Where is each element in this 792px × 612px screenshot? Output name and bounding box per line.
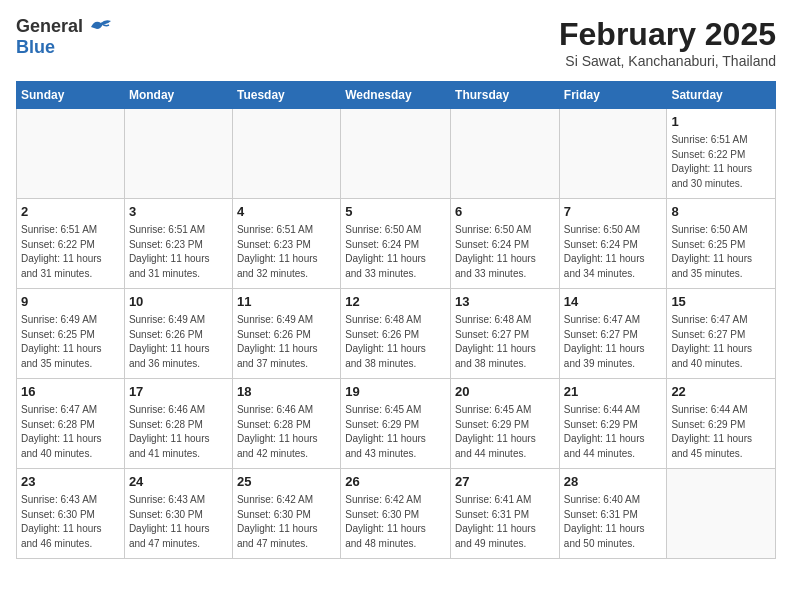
logo-general-text: General bbox=[16, 16, 83, 37]
calendar-cell: 22Sunrise: 6:44 AM Sunset: 6:29 PM Dayli… bbox=[667, 379, 776, 469]
day-number: 27 bbox=[455, 473, 555, 491]
day-number: 1 bbox=[671, 113, 771, 131]
day-number: 22 bbox=[671, 383, 771, 401]
day-info: Sunrise: 6:47 AM Sunset: 6:28 PM Dayligh… bbox=[21, 403, 120, 461]
day-info: Sunrise: 6:50 AM Sunset: 6:24 PM Dayligh… bbox=[564, 223, 663, 281]
logo-blue-text: Blue bbox=[16, 37, 55, 57]
day-number: 8 bbox=[671, 203, 771, 221]
day-info: Sunrise: 6:50 AM Sunset: 6:24 PM Dayligh… bbox=[455, 223, 555, 281]
day-number: 7 bbox=[564, 203, 663, 221]
calendar-cell: 2Sunrise: 6:51 AM Sunset: 6:22 PM Daylig… bbox=[17, 199, 125, 289]
day-info: Sunrise: 6:41 AM Sunset: 6:31 PM Dayligh… bbox=[455, 493, 555, 551]
calendar-cell bbox=[559, 109, 667, 199]
calendar-cell bbox=[451, 109, 560, 199]
day-info: Sunrise: 6:51 AM Sunset: 6:23 PM Dayligh… bbox=[237, 223, 336, 281]
calendar-table: Sunday Monday Tuesday Wednesday Thursday… bbox=[16, 81, 776, 559]
calendar-cell: 24Sunrise: 6:43 AM Sunset: 6:30 PM Dayli… bbox=[124, 469, 232, 559]
day-number: 12 bbox=[345, 293, 446, 311]
day-info: Sunrise: 6:42 AM Sunset: 6:30 PM Dayligh… bbox=[345, 493, 446, 551]
day-number: 16 bbox=[21, 383, 120, 401]
day-info: Sunrise: 6:49 AM Sunset: 6:25 PM Dayligh… bbox=[21, 313, 120, 371]
calendar-cell: 25Sunrise: 6:42 AM Sunset: 6:30 PM Dayli… bbox=[232, 469, 340, 559]
header-wednesday: Wednesday bbox=[341, 82, 451, 109]
day-number: 4 bbox=[237, 203, 336, 221]
calendar-cell: 11Sunrise: 6:49 AM Sunset: 6:26 PM Dayli… bbox=[232, 289, 340, 379]
day-number: 14 bbox=[564, 293, 663, 311]
calendar-cell: 4Sunrise: 6:51 AM Sunset: 6:23 PM Daylig… bbox=[232, 199, 340, 289]
calendar-cell: 5Sunrise: 6:50 AM Sunset: 6:24 PM Daylig… bbox=[341, 199, 451, 289]
day-number: 2 bbox=[21, 203, 120, 221]
day-info: Sunrise: 6:45 AM Sunset: 6:29 PM Dayligh… bbox=[455, 403, 555, 461]
day-info: Sunrise: 6:40 AM Sunset: 6:31 PM Dayligh… bbox=[564, 493, 663, 551]
calendar-cell: 7Sunrise: 6:50 AM Sunset: 6:24 PM Daylig… bbox=[559, 199, 667, 289]
day-info: Sunrise: 6:42 AM Sunset: 6:30 PM Dayligh… bbox=[237, 493, 336, 551]
day-info: Sunrise: 6:47 AM Sunset: 6:27 PM Dayligh… bbox=[671, 313, 771, 371]
day-number: 17 bbox=[129, 383, 228, 401]
day-info: Sunrise: 6:43 AM Sunset: 6:30 PM Dayligh… bbox=[129, 493, 228, 551]
calendar-cell: 26Sunrise: 6:42 AM Sunset: 6:30 PM Dayli… bbox=[341, 469, 451, 559]
logo-bird-icon bbox=[87, 17, 115, 37]
day-info: Sunrise: 6:51 AM Sunset: 6:22 PM Dayligh… bbox=[21, 223, 120, 281]
day-number: 11 bbox=[237, 293, 336, 311]
logo: General Blue bbox=[16, 16, 115, 58]
calendar-week-3: 9Sunrise: 6:49 AM Sunset: 6:25 PM Daylig… bbox=[17, 289, 776, 379]
day-number: 18 bbox=[237, 383, 336, 401]
day-number: 10 bbox=[129, 293, 228, 311]
calendar-week-4: 16Sunrise: 6:47 AM Sunset: 6:28 PM Dayli… bbox=[17, 379, 776, 469]
day-number: 24 bbox=[129, 473, 228, 491]
day-number: 21 bbox=[564, 383, 663, 401]
header-row: Sunday Monday Tuesday Wednesday Thursday… bbox=[17, 82, 776, 109]
calendar-cell: 12Sunrise: 6:48 AM Sunset: 6:26 PM Dayli… bbox=[341, 289, 451, 379]
day-info: Sunrise: 6:48 AM Sunset: 6:27 PM Dayligh… bbox=[455, 313, 555, 371]
day-info: Sunrise: 6:50 AM Sunset: 6:24 PM Dayligh… bbox=[345, 223, 446, 281]
calendar-week-2: 2Sunrise: 6:51 AM Sunset: 6:22 PM Daylig… bbox=[17, 199, 776, 289]
calendar-cell bbox=[341, 109, 451, 199]
calendar-week-5: 23Sunrise: 6:43 AM Sunset: 6:30 PM Dayli… bbox=[17, 469, 776, 559]
calendar-cell: 20Sunrise: 6:45 AM Sunset: 6:29 PM Dayli… bbox=[451, 379, 560, 469]
calendar-cell: 18Sunrise: 6:46 AM Sunset: 6:28 PM Dayli… bbox=[232, 379, 340, 469]
calendar-cell bbox=[124, 109, 232, 199]
calendar-cell: 23Sunrise: 6:43 AM Sunset: 6:30 PM Dayli… bbox=[17, 469, 125, 559]
day-info: Sunrise: 6:50 AM Sunset: 6:25 PM Dayligh… bbox=[671, 223, 771, 281]
calendar-cell: 15Sunrise: 6:47 AM Sunset: 6:27 PM Dayli… bbox=[667, 289, 776, 379]
calendar-header: Sunday Monday Tuesday Wednesday Thursday… bbox=[17, 82, 776, 109]
calendar-cell: 10Sunrise: 6:49 AM Sunset: 6:26 PM Dayli… bbox=[124, 289, 232, 379]
calendar-cell bbox=[667, 469, 776, 559]
calendar-cell: 19Sunrise: 6:45 AM Sunset: 6:29 PM Dayli… bbox=[341, 379, 451, 469]
calendar-body: 1Sunrise: 6:51 AM Sunset: 6:22 PM Daylig… bbox=[17, 109, 776, 559]
day-info: Sunrise: 6:49 AM Sunset: 6:26 PM Dayligh… bbox=[237, 313, 336, 371]
header-monday: Monday bbox=[124, 82, 232, 109]
calendar-cell: 6Sunrise: 6:50 AM Sunset: 6:24 PM Daylig… bbox=[451, 199, 560, 289]
header-saturday: Saturday bbox=[667, 82, 776, 109]
calendar-title: February 2025 bbox=[559, 16, 776, 53]
calendar-cell: 13Sunrise: 6:48 AM Sunset: 6:27 PM Dayli… bbox=[451, 289, 560, 379]
calendar-cell: 8Sunrise: 6:50 AM Sunset: 6:25 PM Daylig… bbox=[667, 199, 776, 289]
header-thursday: Thursday bbox=[451, 82, 560, 109]
day-info: Sunrise: 6:44 AM Sunset: 6:29 PM Dayligh… bbox=[564, 403, 663, 461]
calendar-cell: 3Sunrise: 6:51 AM Sunset: 6:23 PM Daylig… bbox=[124, 199, 232, 289]
calendar-week-1: 1Sunrise: 6:51 AM Sunset: 6:22 PM Daylig… bbox=[17, 109, 776, 199]
calendar-cell: 27Sunrise: 6:41 AM Sunset: 6:31 PM Dayli… bbox=[451, 469, 560, 559]
day-info: Sunrise: 6:43 AM Sunset: 6:30 PM Dayligh… bbox=[21, 493, 120, 551]
day-number: 13 bbox=[455, 293, 555, 311]
header-friday: Friday bbox=[559, 82, 667, 109]
day-number: 28 bbox=[564, 473, 663, 491]
day-info: Sunrise: 6:51 AM Sunset: 6:23 PM Dayligh… bbox=[129, 223, 228, 281]
day-number: 15 bbox=[671, 293, 771, 311]
day-number: 5 bbox=[345, 203, 446, 221]
calendar-cell: 17Sunrise: 6:46 AM Sunset: 6:28 PM Dayli… bbox=[124, 379, 232, 469]
day-info: Sunrise: 6:45 AM Sunset: 6:29 PM Dayligh… bbox=[345, 403, 446, 461]
day-info: Sunrise: 6:44 AM Sunset: 6:29 PM Dayligh… bbox=[671, 403, 771, 461]
day-info: Sunrise: 6:48 AM Sunset: 6:26 PM Dayligh… bbox=[345, 313, 446, 371]
day-info: Sunrise: 6:51 AM Sunset: 6:22 PM Dayligh… bbox=[671, 133, 771, 191]
day-number: 9 bbox=[21, 293, 120, 311]
calendar-cell: 1Sunrise: 6:51 AM Sunset: 6:22 PM Daylig… bbox=[667, 109, 776, 199]
day-info: Sunrise: 6:46 AM Sunset: 6:28 PM Dayligh… bbox=[237, 403, 336, 461]
day-number: 20 bbox=[455, 383, 555, 401]
day-info: Sunrise: 6:49 AM Sunset: 6:26 PM Dayligh… bbox=[129, 313, 228, 371]
day-number: 6 bbox=[455, 203, 555, 221]
day-info: Sunrise: 6:46 AM Sunset: 6:28 PM Dayligh… bbox=[129, 403, 228, 461]
day-number: 3 bbox=[129, 203, 228, 221]
header-sunday: Sunday bbox=[17, 82, 125, 109]
calendar-cell bbox=[232, 109, 340, 199]
